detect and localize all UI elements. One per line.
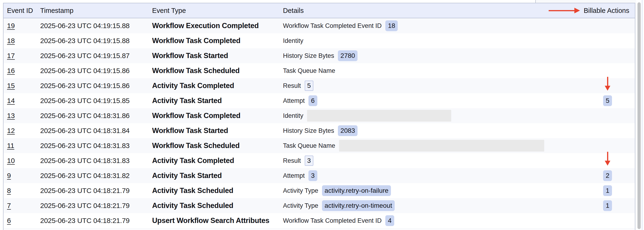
event-row[interactable]: 6 2025-06-23 UTC 04:18:21.79 Upsert Work… bbox=[4, 213, 635, 228]
billable-actions-cell bbox=[586, 108, 635, 123]
event-type-cell: Workflow Task Scheduled bbox=[152, 66, 283, 75]
event-id-link[interactable]: 8 bbox=[7, 187, 11, 194]
billable-actions-badge: 1 bbox=[603, 200, 612, 211]
event-id-cell: 8 bbox=[4, 187, 40, 195]
event-id-link[interactable]: 11 bbox=[7, 142, 14, 149]
event-id-cell: 7 bbox=[4, 202, 40, 210]
detail-label: History Size Bytes bbox=[283, 52, 334, 59]
event-row[interactable]: 7 2025-06-23 UTC 04:18:21.79 Activity Ta… bbox=[4, 198, 635, 213]
event-row[interactable]: 17 2025-06-23 UTC 04:19:15.87 Workflow T… bbox=[4, 48, 635, 63]
event-row[interactable]: 13 2025-06-23 UTC 04:18:31.86 Workflow T… bbox=[4, 108, 635, 123]
detail-label: Identity bbox=[283, 37, 303, 45]
event-row[interactable]: 15 2025-06-23 UTC 04:19:15.86 Activity T… bbox=[4, 78, 635, 93]
detail-value-badge: 3 bbox=[305, 156, 314, 166]
details-cell: History Size Bytes 2780 bbox=[283, 50, 586, 61]
event-row[interactable]: 12 2025-06-23 UTC 04:18:31.84 Workflow T… bbox=[4, 123, 635, 138]
details-cell: Identity bbox=[283, 37, 586, 45]
event-id-link[interactable]: 12 bbox=[7, 127, 15, 135]
event-id-link[interactable]: 9 bbox=[7, 172, 11, 179]
details-cell: Result 3 bbox=[283, 156, 586, 166]
billable-actions-label: Billable Actions bbox=[584, 7, 629, 15]
event-row[interactable]: 19 2025-06-23 UTC 04:19:15.88 Workflow E… bbox=[4, 18, 635, 33]
event-row[interactable]: 9 2025-06-23 UTC 04:18:31.82 Activity Ta… bbox=[4, 168, 635, 183]
timestamp-cell: 2025-06-23 UTC 04:19:15.86 bbox=[40, 82, 152, 90]
detail-value-badge: 4 bbox=[385, 215, 394, 226]
event-id-link[interactable]: 7 bbox=[7, 202, 11, 209]
right-edge-divider bbox=[642, 0, 642, 230]
details-cell: Activity Type activity.retry-on-failure bbox=[283, 185, 586, 196]
event-type-cell: Workflow Task Scheduled bbox=[152, 142, 283, 150]
timestamp-cell: 2025-06-23 UTC 04:18:21.79 bbox=[40, 217, 152, 224]
event-id-link[interactable]: 6 bbox=[7, 217, 11, 224]
next-row-sliver bbox=[4, 228, 635, 229]
event-id-link[interactable]: 19 bbox=[7, 22, 15, 30]
billable-actions-cell: 1 bbox=[586, 198, 635, 213]
timestamp-cell: 2025-06-23 UTC 04:19:15.88 bbox=[40, 22, 152, 30]
detail-label: Activity Type bbox=[283, 187, 318, 194]
column-header-billable-actions: Billable Actions bbox=[586, 7, 635, 15]
annotation-arrow-right-icon bbox=[549, 8, 580, 13]
billable-actions-cell: 5 bbox=[586, 93, 635, 108]
event-type-cell: Workflow Task Started bbox=[152, 52, 283, 60]
event-id-cell: 17 bbox=[4, 52, 40, 60]
annotation-arrow-down-icon bbox=[605, 152, 610, 166]
top-strip-tint bbox=[536, 0, 636, 3]
details-cell: Result 5 bbox=[283, 81, 586, 91]
event-row[interactable]: 11 2025-06-23 UTC 04:18:31.83 Workflow T… bbox=[4, 138, 635, 153]
event-id-link[interactable]: 13 bbox=[7, 112, 15, 120]
details-cell: Identity bbox=[283, 110, 586, 122]
event-row[interactable]: 14 2025-06-23 UTC 04:19:15.85 Activity T… bbox=[4, 93, 635, 108]
timestamp-cell: 2025-06-23 UTC 04:18:21.79 bbox=[40, 187, 152, 195]
billable-actions-cell bbox=[586, 48, 635, 63]
top-strip bbox=[0, 0, 644, 3]
detail-value-badge: 18 bbox=[385, 20, 398, 31]
event-type-cell: Workflow Task Started bbox=[152, 127, 283, 135]
billable-actions-cell bbox=[586, 63, 635, 78]
event-type-cell: Upsert Workflow Search Attributes bbox=[152, 216, 283, 225]
billable-actions-cell bbox=[586, 153, 635, 168]
details-cell: Task Queue Name bbox=[283, 67, 586, 74]
billable-actions-cell bbox=[586, 213, 635, 228]
detail-label: Attempt bbox=[283, 172, 305, 179]
event-type-cell: Activity Task Scheduled bbox=[152, 186, 283, 195]
event-type-cell: Activity Task Completed bbox=[152, 81, 283, 90]
column-header-event-type: Event Type bbox=[152, 7, 283, 15]
event-type-cell: Activity Task Scheduled bbox=[152, 201, 283, 210]
event-row[interactable]: 8 2025-06-23 UTC 04:18:21.79 Activity Ta… bbox=[4, 183, 635, 198]
billable-actions-cell bbox=[586, 78, 635, 93]
event-id-link[interactable]: 17 bbox=[7, 52, 15, 59]
detail-value-redacted-block bbox=[339, 140, 544, 152]
event-id-cell: 19 bbox=[4, 22, 40, 30]
scrollbar-thumb[interactable] bbox=[638, 2, 641, 229]
event-row[interactable]: 16 2025-06-23 UTC 04:19:15.86 Workflow T… bbox=[4, 63, 635, 78]
timestamp-cell: 2025-06-23 UTC 04:18:31.83 bbox=[40, 142, 152, 150]
event-type-cell: Workflow Task Completed bbox=[152, 37, 283, 45]
event-id-cell: 14 bbox=[4, 97, 40, 105]
detail-value-badge: 3 bbox=[308, 170, 317, 181]
event-id-link[interactable]: 18 bbox=[7, 37, 15, 45]
event-id-cell: 10 bbox=[4, 157, 40, 165]
timestamp-cell: 2025-06-23 UTC 04:19:15.86 bbox=[40, 67, 152, 75]
detail-label: Attempt bbox=[283, 97, 305, 104]
timestamp-cell: 2025-06-23 UTC 04:19:15.85 bbox=[40, 97, 152, 105]
event-id-link[interactable]: 16 bbox=[7, 67, 15, 74]
detail-value-badge: 2083 bbox=[338, 125, 358, 136]
detail-label: Identity bbox=[283, 112, 303, 120]
billable-actions-badge: 5 bbox=[603, 95, 612, 106]
detail-label: Activity Type bbox=[283, 202, 318, 209]
detail-label: Workflow Task Completed Event ID bbox=[283, 22, 382, 30]
event-row[interactable]: 18 2025-06-23 UTC 04:19:15.88 Workflow T… bbox=[4, 33, 635, 48]
event-id-link[interactable]: 15 bbox=[7, 82, 15, 89]
event-row[interactable]: 10 2025-06-23 UTC 04:18:31.83 Activity T… bbox=[4, 153, 635, 168]
detail-value-badge: 2780 bbox=[338, 50, 358, 61]
table-header-row: Event ID Timestamp Event Type Details Bi… bbox=[4, 3, 635, 18]
detail-value-badge: 6 bbox=[308, 95, 317, 106]
billable-actions-cell: 1 bbox=[586, 183, 635, 198]
timestamp-cell: 2025-06-23 UTC 04:18:31.82 bbox=[40, 172, 152, 180]
vertical-scrollbar[interactable] bbox=[636, 0, 644, 230]
timestamp-cell: 2025-06-23 UTC 04:19:15.87 bbox=[40, 52, 152, 60]
event-id-link[interactable]: 10 bbox=[7, 157, 15, 164]
detail-value-redacted-block bbox=[307, 110, 451, 122]
column-header-event-id: Event ID bbox=[4, 7, 40, 15]
event-id-link[interactable]: 14 bbox=[7, 97, 15, 104]
